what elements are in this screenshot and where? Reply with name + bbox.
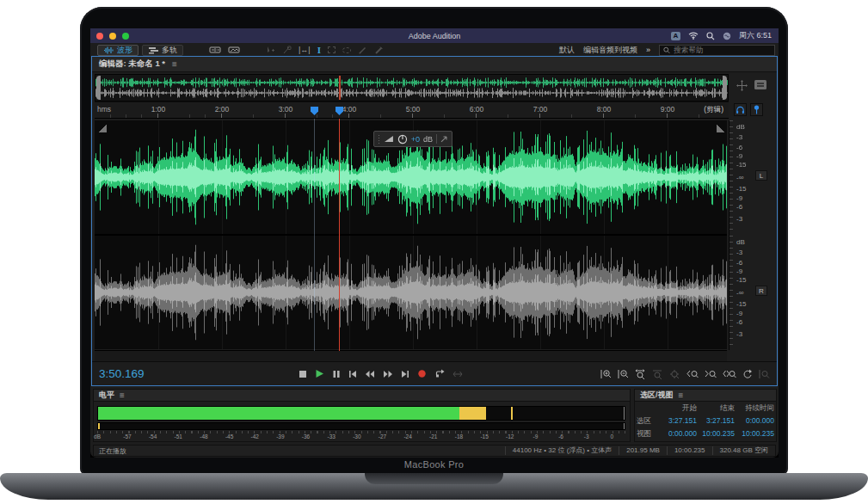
loop-playback-button[interactable] [434,369,445,378]
reset-zoom-button[interactable] [742,369,753,379]
multitrack-view-button[interactable]: 多轨 [142,45,183,56]
overview-menu-icon[interactable] [754,80,766,89]
rewind-button[interactable] [365,370,375,378]
show-video-panel-button[interactable] [228,46,240,54]
levels-panel-title: 电平 [99,390,114,401]
levels-panel-header[interactable]: 电平 ≡ [94,390,630,402]
overview-right-handle[interactable] [723,76,727,100]
selection-end-value[interactable]: 3:27.151 [697,416,735,427]
monitor-headphones-button[interactable] [734,103,747,116]
show-editor-button[interactable] [209,46,221,54]
ruler-label: 3:00 [273,105,299,114]
overview-canvas[interactable] [95,75,728,101]
panel-menu-icon[interactable]: ≡ [172,59,177,69]
zoom-amplitude-out-button[interactable] [652,369,663,379]
zoom-amplitude-in-button[interactable] [635,369,646,379]
waveform-icon [103,46,114,54]
meter-scale-label: -36 [297,433,316,439]
channel-corner-grip-icon[interactable] [717,125,724,132]
left-channel-button[interactable]: L [755,170,767,181]
skip-to-end-button[interactable] [401,370,409,378]
skip-selection-button[interactable] [452,370,463,378]
db-scale-label: -3 [736,329,742,337]
column-start: 开始 [659,403,697,414]
view-start-value[interactable]: 0:00.000 [659,429,697,439]
horizontal-scroll-strip[interactable] [95,350,727,361]
time-selection-tool-icon[interactable]: I [317,45,321,55]
help-search-box[interactable] [659,45,775,56]
move-tool-icon[interactable] [266,46,275,55]
record-button[interactable] [417,369,427,378]
meter-scale-label: -48 [194,433,213,439]
slip-tool-icon[interactable]: |↔| [299,46,311,54]
workspace-overflow-chevron[interactable]: » [646,46,650,54]
meter-scale-label: -6 [551,433,570,439]
view-duration-value[interactable]: 10:00.235 [735,429,774,439]
overview-strip[interactable] [95,74,729,101]
hud-gain-value[interactable]: +0 [411,135,420,144]
meter-end-mark [624,407,625,420]
siri-icon[interactable] [723,32,731,40]
zoom-to-out-point-button[interactable] [705,369,717,379]
gain-knob-icon[interactable] [397,134,408,144]
input-source-icon[interactable]: A [671,32,680,40]
pin-playhead-button[interactable] [750,103,763,116]
playhead-time-display[interactable]: 3:50.169 [99,367,145,380]
meter-scale-label: -45 [220,433,239,439]
selection-start-value[interactable]: 3:27.151 [659,416,697,427]
panel-menu-icon[interactable]: ≡ [120,390,125,400]
panel-menu-icon[interactable]: ≡ [679,390,684,400]
workspace-default-button[interactable]: 默认 [559,45,575,56]
channel-corner-grip-icon[interactable] [99,125,107,132]
lasso-selection-tool-icon[interactable] [342,47,351,53]
zoom-full-button[interactable] [759,369,770,379]
db-scale-label: -15 [736,161,747,169]
marquee-selection-tool-icon[interactable] [328,46,336,53]
play-button[interactable] [315,369,324,378]
skip-to-start-button[interactable] [348,370,357,378]
paintbrush-tool-icon[interactable] [358,46,367,55]
workspace-video-button[interactable]: 编辑音频到视频 [583,45,637,56]
level-meter-bottom[interactable] [97,422,625,430]
laptop-screen: Adobe Audition A 周六 6:51 [90,28,779,458]
current-time-indicator[interactable] [314,119,315,351]
zoom-out-button[interactable] [618,369,629,379]
gain-hud[interactable]: +0 dB [373,131,452,147]
zoom-to-in-point-button[interactable] [686,369,699,379]
editor-panel-header[interactable]: 编辑器: 未命名 1 * ≡ [92,57,777,72]
overview-left-handle[interactable] [96,76,101,100]
stop-button[interactable] [299,370,307,378]
amplitude-scale-column: L dB-3-6-9-15-∞-15-9-6-3 R dB-3-6-9-15-∞… [729,120,776,350]
selection-view-header[interactable]: 选区/视图 ≡ [635,390,776,402]
waveform-right-channel[interactable] [95,236,727,349]
level-meter-top[interactable] [97,406,625,421]
hud-detach-arrow-icon[interactable] [440,135,448,143]
ruler-unit-label[interactable]: hms [97,105,111,114]
view-end-value[interactable]: 10:00.235 [697,429,735,439]
pause-button[interactable] [332,370,341,378]
menubar-clock[interactable]: 周六 6:51 [739,30,772,41]
overview-navigate-icon[interactable] [736,80,748,91]
spot-healing-tool-icon[interactable] [374,46,384,55]
spotlight-search-icon[interactable] [706,32,715,40]
hud-divider [436,134,437,144]
zoom-reset-button[interactable] [669,369,680,379]
zoom-to-selection-button[interactable] [723,369,736,379]
help-search-input[interactable] [674,46,771,54]
wifi-icon[interactable] [688,32,699,40]
razor-tool-icon[interactable] [282,46,292,55]
meter-scale-label: -54 [144,433,163,439]
editor-panel: 编辑器: 未命名 1 * ≡ hms (剪辑) 1:002:003:004:00… [92,57,777,385]
zoom-in-button[interactable] [600,369,612,379]
waveform-view-button[interactable]: 波形 [97,45,139,56]
db-scale-label: -6 [736,143,742,151]
selection-duration-value[interactable]: 0:00.000 [735,416,774,427]
meter-scale-label: dB [88,433,107,439]
right-channel-button[interactable]: R [755,286,767,296]
db-scale-label: -∞ [736,288,743,296]
time-ruler[interactable]: hms (剪辑) 1:002:003:004:005:006:007:008:0… [95,101,729,119]
ruler-label: 9:00 [655,105,680,114]
fast-forward-button[interactable] [383,370,393,378]
hud-grip-icon[interactable] [378,134,380,144]
playback-cursor[interactable] [339,119,340,351]
